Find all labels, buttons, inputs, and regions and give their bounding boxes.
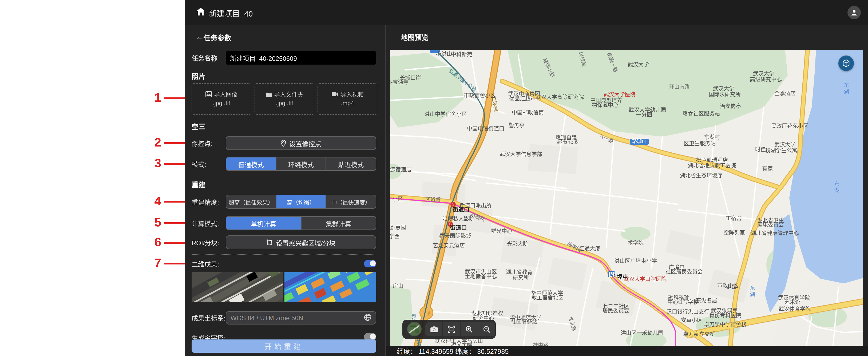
panel-header: 任务参数 (204, 32, 231, 42)
basemap-switch-thumbnail[interactable] (407, 322, 422, 336)
map-label: 时佳 (755, 146, 766, 152)
quality-option-high[interactable]: 高（均衡） (276, 195, 326, 208)
compute-option-cluster[interactable]: 集群计算 (301, 217, 376, 230)
map-label: 有家 (762, 166, 773, 171)
import-images-button[interactable]: 导入图像 .jpg .tif (192, 83, 251, 115)
mode-option-close[interactable]: 贴近模式 (326, 157, 376, 170)
quality-segmented-control: 超高（最佳效果） 高（均衡） 中（最快速度） (226, 195, 376, 209)
map-label: 研究所 (513, 274, 529, 280)
map-label: 街道口派出所 (460, 202, 492, 208)
callout-number-7: 7 (143, 256, 161, 270)
map-label: 区卫生服务站 (684, 140, 716, 146)
dsm-preview (284, 272, 376, 302)
map-label: 健康委员会 (757, 221, 784, 227)
map-label: 街道口 (450, 225, 467, 231)
map-label: 镜湖学生公寓 (765, 147, 797, 153)
map-label: 安卓小区 (681, 317, 702, 323)
map-label: 超市no.6 (557, 139, 578, 145)
map-label: 东湖 (833, 181, 839, 194)
cube-3d-icon (842, 59, 850, 67)
map-label: 武汉大学 (753, 70, 774, 76)
map-label: 武珞路 (425, 197, 440, 202)
map-label: 武汉大学信息学部 (499, 151, 542, 157)
map-label: 中科新苑 (451, 51, 472, 57)
compute-option-single[interactable]: 单机计算 (226, 217, 301, 230)
map-label: 武汉大学 (774, 142, 796, 147)
map-label: 环山南路 (669, 84, 689, 90)
map-label: 汉口银行洪山支行 (666, 308, 709, 315)
map-label: 学西 (390, 233, 400, 239)
map-label: 小区 (726, 284, 737, 289)
orthophoto-preview (192, 272, 283, 302)
pyramid-toggle[interactable] (364, 333, 376, 340)
folder-icon (266, 92, 272, 97)
top-bar: 新建项目_40 (184, 0, 868, 25)
map-label: 珞睿社区服务站 (683, 111, 720, 116)
quality-option-medium[interactable]: 中（最快速度） (326, 195, 376, 208)
twod-output-toggle[interactable] (364, 260, 376, 267)
zoom-out-icon (483, 325, 490, 333)
user-avatar[interactable] (847, 6, 861, 19)
mode-option-normal[interactable]: 普通模式 (226, 157, 276, 170)
compute-segmented-control: 单机计算 集群计算 (226, 216, 376, 230)
map-canvas[interactable]: 小洪山中科新苑长城口岸园-宝通寺市政宿舍小区洪山中学宿舍小区中国电信街道口二环线… (390, 49, 863, 346)
map-label: 国际法研究所 (709, 91, 741, 97)
callout-number-2: 2 (143, 135, 161, 149)
map-label: 社区居民委员会 (665, 268, 703, 274)
map-label: 洪山区一禾幼儿园 (621, 330, 663, 336)
map-label: 中国邮政信筒 (512, 110, 544, 115)
task-name-input[interactable] (226, 51, 376, 65)
map-label: 哈啰私人影院 (442, 216, 474, 221)
map-label: 源宿酒店 (390, 167, 411, 172)
map-label: 光彩大院 (507, 241, 528, 246)
map-label: 艺龙安云酒店 (433, 242, 465, 248)
map-label: 武汉大学 (713, 85, 734, 91)
map-label: 社区服务站 (511, 319, 537, 325)
task-parameters-panel: ← 任务参数 任务名称 照片 导入图像 .jpg .tif 导入文件夹 .jpg… (184, 25, 385, 356)
set-gcp-button[interactable]: 设置像控点 (226, 136, 376, 150)
aerotriangulation-section-header: 空三 (192, 121, 206, 131)
import-folder-ext: .jpg .tif (276, 99, 293, 108)
map-label: 治安岗亭 (720, 103, 741, 109)
map-label: 房山 (393, 283, 403, 289)
set-roi-button[interactable]: 设置感兴趣区域/分块 (226, 235, 376, 249)
screenshot-camera-button[interactable] (425, 322, 443, 336)
map-label: 鹏程·蕙园 (390, 224, 406, 230)
task-name-label: 任务名称 (192, 53, 217, 62)
map-label: 湖北省生态环境厅 (680, 172, 722, 178)
mode-segmented-control: 普通模式 环绕模式 贴近模式 (226, 157, 376, 171)
crs-placeholder: WGS 84 / UTM zone 50N (230, 314, 303, 322)
fit-extent-button[interactable] (443, 322, 461, 336)
map-label: 卓刀泉立交桥 (683, 331, 715, 337)
map-label: 小区 (392, 196, 403, 202)
coordinate-readout: 经度： 114.349659 纬度： 30.527985 (397, 346, 508, 356)
map-label: 武汉体育学院 (779, 306, 811, 312)
home-icon[interactable] (195, 7, 205, 17)
mode-option-orbit[interactable]: 环绕模式 (276, 157, 326, 170)
quality-option-ultra[interactable]: 超高（最佳效果） (226, 195, 276, 208)
callout-number-1: 1 (143, 90, 161, 105)
map-preview-panel: 地图预览 (385, 25, 868, 356)
map-3d-layer-button[interactable] (838, 55, 854, 71)
photos-section-header: 照片 (192, 71, 206, 81)
back-icon[interactable]: ← (195, 32, 204, 41)
map-label: 土地储备中心 (465, 273, 497, 279)
map-label: 汇通大厦 (579, 245, 600, 251)
callout-number-3: 3 (143, 156, 161, 171)
map-label: 湖北省地质职工医院 (688, 162, 736, 168)
map-label: 东湖名居 (696, 297, 717, 303)
start-reconstruction-button[interactable]: 开始重建 (192, 339, 376, 353)
location-pin-icon (281, 140, 286, 147)
zoom-in-button[interactable] (461, 322, 478, 336)
map-label: 优品汇超市 (509, 95, 536, 101)
import-folder-button[interactable]: 导入文件夹 .jpg .tif (254, 83, 314, 115)
map-label: 小洪山 (436, 51, 452, 57)
crs-selector[interactable]: WGS 84 / UTM zone 50N (226, 311, 376, 325)
callout-number-5: 5 (143, 215, 161, 230)
map-label: 术学院 (628, 240, 644, 245)
import-video-button[interactable]: 导入视频 .mp4 (317, 83, 377, 115)
gcp-label: 像控点: (192, 138, 213, 147)
map-label: 骨伤专科医院 (709, 312, 741, 318)
zoom-out-button[interactable] (478, 322, 495, 336)
map-label: 物保藏中心 (592, 102, 619, 108)
